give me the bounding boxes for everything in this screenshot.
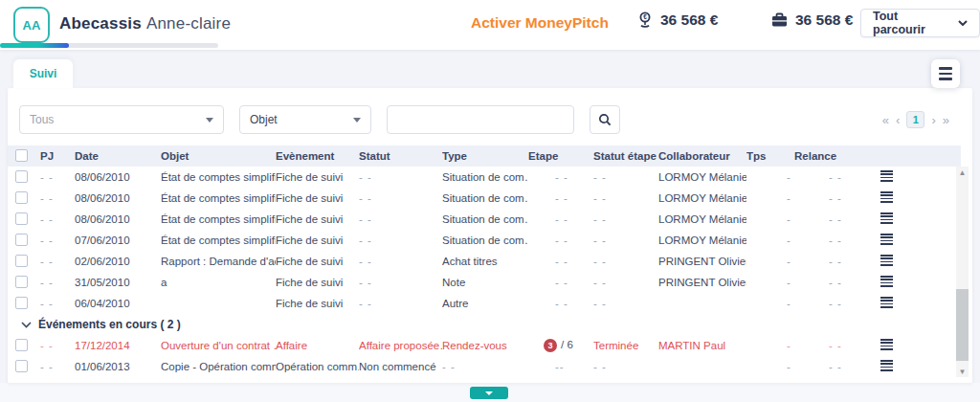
- panel-menu-button[interactable]: [931, 59, 960, 88]
- cell-statut-etape: - -: [593, 361, 658, 372]
- table-row[interactable]: - -02/06/2010Rapport : Demande d'ac…Fich…: [8, 251, 961, 272]
- tab-suivi[interactable]: Suivi: [13, 59, 73, 88]
- table-row[interactable]: - -08/06/2010État de comptes simplifi…Fi…: [8, 188, 961, 209]
- table-row[interactable]: - -17/12/2014Ouverture d'un contrat …Aff…: [8, 335, 961, 356]
- col-pj: PJ: [40, 150, 75, 162]
- cell-statut: - -: [359, 213, 442, 225]
- field-select[interactable]: Objet: [239, 105, 371, 134]
- cell-etape: - -: [528, 298, 593, 309]
- table-row[interactable]: - -07/06/2010État de comptes simplifi…Fi…: [8, 230, 961, 251]
- pagination-prev[interactable]: ‹: [896, 114, 900, 126]
- cell-pj: - -: [40, 192, 75, 204]
- scrollbar-thumb[interactable]: [956, 289, 969, 361]
- row-menu-icon[interactable]: [880, 339, 893, 350]
- row-checkbox[interactable]: [15, 276, 28, 288]
- cell-relance: - -: [794, 277, 880, 288]
- row-checkbox[interactable]: [15, 360, 28, 372]
- cell-relance: - -: [794, 234, 880, 246]
- cell-type: Situation de com…: [442, 192, 528, 204]
- cell-date: 08/06/2010: [75, 192, 161, 204]
- cell-tps: - -: [746, 234, 794, 246]
- browse-all-button[interactable]: Tout parcourir: [860, 9, 980, 37]
- row-checkbox[interactable]: [15, 170, 28, 183]
- cell-etape: - -: [528, 171, 593, 183]
- cell-pj: - -: [40, 256, 75, 267]
- cell-date: 08/06/2010: [75, 171, 161, 183]
- cell-objet: État de comptes simplifi…: [161, 234, 276, 246]
- cell-statut-etape: Terminée: [593, 340, 658, 351]
- activate-moneypitch-link[interactable]: Activer MoneyPitch: [471, 14, 609, 32]
- scope-select[interactable]: Tous: [19, 105, 224, 134]
- expand-panel-button[interactable]: [470, 387, 508, 399]
- table-row[interactable]: - -01/06/2013Copie - Opération comm…Opér…: [8, 356, 961, 377]
- chevron-down-icon: [206, 118, 213, 123]
- cell-evenement: Affaire: [276, 340, 359, 351]
- cell-relance: - -: [794, 298, 880, 309]
- cell-objet: Rapport : Demande d'ac…: [161, 256, 276, 267]
- pagination-first[interactable]: «: [882, 114, 889, 126]
- cell-pj: - -: [40, 277, 75, 288]
- savings-total: € 36 568 €: [637, 11, 718, 29]
- table-row[interactable]: - -08/06/2010État de comptes simplifi…Fi…: [8, 209, 961, 230]
- avatar: AA: [13, 7, 50, 43]
- pagination-current-page[interactable]: 1: [906, 111, 924, 128]
- cell-date: 06/04/2010: [75, 298, 161, 309]
- pagination-last[interactable]: »: [943, 114, 949, 126]
- cell-statut-etape: - -: [593, 298, 658, 309]
- cell-pj: - -: [40, 340, 75, 351]
- row-checkbox[interactable]: [15, 255, 28, 267]
- table-row[interactable]: - -06/04/2010Fiche de suivi- -Autre- -- …: [8, 293, 961, 314]
- group-header-row[interactable]: Événements en cours ( 2 ): [8, 314, 961, 335]
- scroll-up-icon[interactable]: ▲: [956, 167, 969, 178]
- row-checkbox[interactable]: [15, 234, 28, 246]
- cell-date: 08/06/2010: [75, 213, 161, 225]
- row-menu-icon[interactable]: [880, 234, 893, 245]
- row-menu-icon[interactable]: [880, 360, 893, 371]
- row-menu-icon[interactable]: [880, 276, 893, 287]
- row-menu-icon[interactable]: [880, 191, 893, 203]
- cell-collaborateur: PRINGENT Olivier: [658, 277, 746, 288]
- cell-tps: - -: [746, 171, 794, 183]
- portfolio-total: 36 568 €: [771, 11, 853, 29]
- cell-evenement: Fiche de suivi: [276, 192, 359, 204]
- cell-date: 07/06/2010: [75, 234, 161, 246]
- chevron-down-icon: [958, 20, 968, 26]
- portfolio-value: 36 568 €: [795, 11, 853, 29]
- cell-type: Situation de com…: [442, 234, 528, 246]
- row-checkbox[interactable]: [15, 212, 28, 225]
- cell-etape: - -: [528, 256, 593, 267]
- cell-relance: - -: [794, 192, 880, 204]
- pagination-next[interactable]: ›: [931, 114, 935, 126]
- cell-statut: Non commencé: [359, 361, 442, 372]
- cell-evenement: Fiche de suivi: [276, 171, 359, 183]
- row-checkbox[interactable]: [15, 191, 28, 204]
- cell-etape: - -: [528, 277, 593, 288]
- cell-pj: - -: [40, 298, 75, 309]
- table-scrollbar[interactable]: ▲ ▼: [956, 167, 969, 377]
- cell-etape: 3/ 6: [528, 339, 593, 352]
- chevron-down-icon[interactable]: [21, 322, 32, 328]
- row-menu-icon[interactable]: [880, 212, 893, 224]
- search-input[interactable]: [387, 105, 574, 134]
- row-checkbox[interactable]: [15, 339, 28, 351]
- chevron-down-icon: [353, 118, 361, 123]
- etape-badge: 3: [544, 339, 557, 352]
- cell-collaborateur: LORMOY Mélanie: [658, 213, 746, 225]
- cell-statut: - -: [359, 277, 442, 288]
- row-checkbox[interactable]: [15, 297, 28, 309]
- col-evenement: Evènement: [276, 150, 359, 162]
- table-row[interactable]: - -31/05/2010aFiche de suivi- -Note- -- …: [8, 272, 961, 293]
- profile-progress-bar: [0, 43, 218, 48]
- search-button[interactable]: [590, 105, 620, 134]
- row-menu-icon[interactable]: [880, 297, 893, 308]
- select-all-checkbox[interactable]: [15, 149, 28, 162]
- cell-statut: - -: [359, 234, 442, 246]
- cell-objet: a: [161, 277, 276, 288]
- cell-statut: - -: [359, 298, 442, 309]
- scroll-down-icon[interactable]: ▼: [956, 366, 969, 377]
- cell-evenement: Fiche de suivi: [276, 277, 359, 288]
- table-row[interactable]: - -08/06/2010État de comptes simplifi…Fi…: [8, 167, 961, 188]
- cell-evenement: Fiche de suivi: [276, 298, 359, 309]
- row-menu-icon[interactable]: [880, 170, 893, 182]
- row-menu-icon[interactable]: [880, 255, 893, 266]
